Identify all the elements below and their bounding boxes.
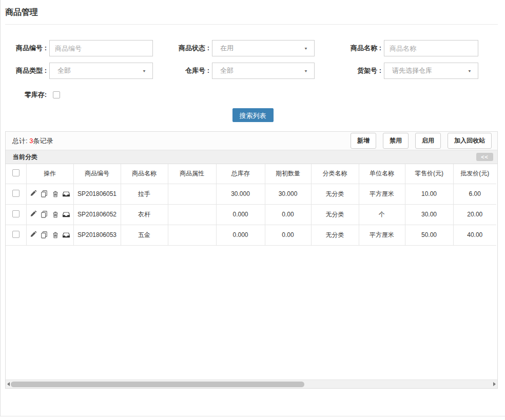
zero-stock-checkbox[interactable] <box>53 91 60 98</box>
page-container: 商品管理 商品编号 : 商品状态 : 在用 ▼ 商品名称 : 商品类型 : <box>0 0 505 416</box>
product-code-input[interactable] <box>49 40 153 56</box>
cell-category: 无分类 <box>311 204 359 225</box>
disable-button[interactable]: 禁用 <box>383 133 409 149</box>
enable-button[interactable]: 启用 <box>415 133 441 149</box>
cell-initial-qty: 30.000 <box>265 184 311 204</box>
scroll-right-arrow-icon[interactable] <box>493 382 496 386</box>
chevron-down-icon: ▼ <box>142 69 146 73</box>
horizontal-scrollbar[interactable] <box>6 379 497 388</box>
cell-category: 无分类 <box>311 184 359 204</box>
edit-icon[interactable] <box>30 211 37 218</box>
page-title: 商品管理 <box>1 0 505 24</box>
cell-name: 拉手 <box>121 184 168 204</box>
product-name-input[interactable] <box>384 40 478 56</box>
cell-attr <box>168 225 216 245</box>
product-code-label: 商品编号 : <box>15 44 47 53</box>
col-attr: 商品属性 <box>168 164 216 184</box>
cell-name: 五金 <box>121 225 168 245</box>
copy-icon[interactable] <box>41 231 48 238</box>
warehouse-label: 仓库号 : <box>178 66 209 75</box>
row-checkbox[interactable] <box>12 231 20 238</box>
cell-retail: 10.00 <box>405 184 453 204</box>
table-empty-area <box>6 246 497 380</box>
scrollbar-thumb[interactable] <box>11 382 304 387</box>
cell-initial-qty: 0.00 <box>265 204 311 225</box>
cell-unit: 平方厘米 <box>359 184 405 204</box>
cell-retail: 30.00 <box>405 204 453 225</box>
chevron-down-icon: ▼ <box>468 69 472 73</box>
cell-retail: 50.00 <box>405 225 453 245</box>
cell-wholesale: 40.00 <box>453 225 496 245</box>
cell-code: SP201806052 <box>73 204 121 225</box>
table-row: SP201806052 衣杆 0.000 0.00 无分类 个 30.00 20… <box>6 204 496 225</box>
cell-attr <box>168 204 216 225</box>
cell-total-stock: 30.000 <box>216 184 265 204</box>
search-button[interactable]: 搜索列表 <box>232 108 274 122</box>
col-wholesale: 批发价(元) <box>453 164 496 184</box>
cell-wholesale: 20.00 <box>453 204 496 225</box>
cell-wholesale: 6.00 <box>453 184 496 204</box>
col-initial-qty: 期初数量 <box>265 164 311 184</box>
title-divider <box>5 24 498 25</box>
col-category: 分类名称 <box>311 164 359 184</box>
shelf-label: 货架号 : <box>349 66 381 75</box>
table-toolbar: 总计: 3条记录 新增 禁用 启用 加入回收站 <box>6 132 497 150</box>
table-header-row: 操作 商品编号 商品名称 商品属性 总库存 期初数量 分类名称 单位名称 零售价… <box>6 164 496 184</box>
cell-attr <box>168 184 216 204</box>
cell-name: 衣杆 <box>121 204 168 225</box>
copy-icon[interactable] <box>41 190 48 197</box>
product-type-select[interactable]: 全部 ▼ <box>49 63 153 79</box>
cell-code: SP201806051 <box>73 184 121 204</box>
archive-icon[interactable] <box>63 190 70 197</box>
chevron-down-icon: ▼ <box>304 46 308 50</box>
collapse-button[interactable]: << <box>476 153 493 161</box>
archive-icon[interactable] <box>63 211 70 218</box>
col-code: 商品编号 <box>73 164 121 184</box>
total-records: 总计: 3条记录 <box>12 136 53 146</box>
scroll-left-arrow-icon[interactable] <box>7 382 10 386</box>
cell-unit: 平方厘米 <box>359 225 405 245</box>
add-button[interactable]: 新增 <box>351 133 376 149</box>
col-total-stock: 总库存 <box>216 164 265 184</box>
category-bar-label: 当前分类 <box>13 153 37 162</box>
row-checkbox[interactable] <box>12 190 20 197</box>
delete-icon[interactable] <box>52 190 59 197</box>
col-retail: 零售价(元) <box>405 164 453 184</box>
col-name: 商品名称 <box>121 164 168 184</box>
delete-icon[interactable] <box>52 211 59 218</box>
product-name-label: 商品名称 : <box>349 44 381 53</box>
edit-icon[interactable] <box>30 231 37 238</box>
cell-initial-qty: 0.00 <box>265 225 311 245</box>
shelf-select[interactable]: 请先选择仓库 ▼ <box>384 63 478 79</box>
filter-form: 商品编号 : 商品状态 : 在用 ▼ 商品名称 : 商品类型 : 全部 ▼ <box>1 40 505 99</box>
recycle-button[interactable]: 加入回收站 <box>448 133 492 149</box>
zero-stock-label: 零库存: <box>15 90 47 99</box>
col-actions: 操作 <box>26 164 73 184</box>
product-type-label: 商品类型 : <box>15 66 47 75</box>
chevron-down-icon: ▼ <box>304 69 308 73</box>
table-row: SP201806051 拉手 30.000 30.000 无分类 平方厘米 10… <box>6 184 496 204</box>
cell-unit: 个 <box>359 204 405 225</box>
col-unit: 单位名称 <box>359 164 405 184</box>
cell-total-stock: 0.000 <box>216 204 265 225</box>
product-status-label: 商品状态 : <box>178 44 209 53</box>
select-all-checkbox[interactable] <box>12 169 20 176</box>
category-bar: 当前分类 << <box>6 150 497 164</box>
archive-icon[interactable] <box>63 231 70 238</box>
row-checkbox[interactable] <box>12 210 20 217</box>
cell-category: 无分类 <box>311 225 359 245</box>
edit-icon[interactable] <box>30 190 37 197</box>
product-status-select[interactable]: 在用 ▼ <box>212 40 315 56</box>
products-table: 操作 商品编号 商品名称 商品属性 总库存 期初数量 分类名称 单位名称 零售价… <box>6 164 496 246</box>
table-row: SP201806053 五金 0.000 0.00 无分类 平方厘米 50.00… <box>6 225 496 245</box>
copy-icon[interactable] <box>41 211 48 218</box>
table-panel: 总计: 3条记录 新增 禁用 启用 加入回收站 当前分类 << 操作 <box>5 131 498 389</box>
warehouse-select[interactable]: 全部 ▼ <box>212 63 315 79</box>
cell-total-stock: 0.000 <box>216 225 265 245</box>
cell-code: SP201806053 <box>73 225 121 245</box>
delete-icon[interactable] <box>52 231 59 238</box>
